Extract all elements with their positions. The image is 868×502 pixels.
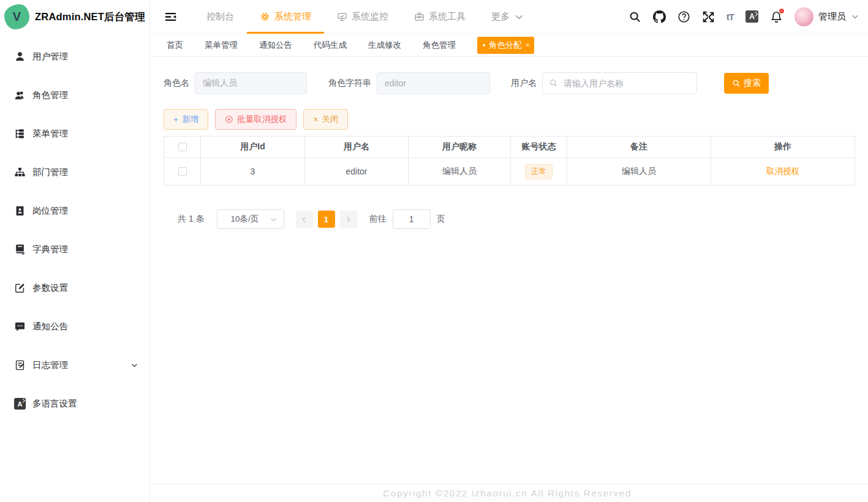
username: 管理员 [818,11,846,23]
search-button[interactable]: 搜索 [724,73,769,94]
goto-page: 前往 页 [369,209,445,229]
header-username: 用户名 [305,137,409,158]
add-button[interactable]: + 新增 [164,109,208,130]
sidebar-menu: 用户管理 角色管理 菜单管理 部门管理 岗位管理 字典管理 参数设置 通知公告 [0,34,149,423]
tab-close-icon[interactable]: × [526,40,530,50]
filter-form: 角色名 角色字符串 用户名 搜索 [164,72,855,94]
sidebar-item-logs[interactable]: 日志管理 [0,346,149,384]
cell-nickname: 编辑人员 [409,158,511,185]
role-name-input[interactable] [195,72,307,94]
logo-letter: V [13,10,21,24]
header-user-id: 用户Id [201,137,305,158]
sidebar-item-label: 参数设置 [32,282,68,294]
sidebar-item-label: 日志管理 [32,359,68,371]
sidebar-item-label: 通知公告 [32,321,68,332]
username-input[interactable] [542,72,697,94]
translate-icon[interactable]: A [745,10,758,23]
tab-role-management[interactable]: 角色管理 [423,40,456,51]
tab-menu-management[interactable]: 菜单管理 [205,40,238,51]
cell-username: editor [305,158,409,185]
search-icon[interactable] [628,10,641,23]
sidebar-item-label: 角色管理 [32,89,68,101]
chevron-down-icon [851,12,859,21]
nav-item-more[interactable]: 更多 [478,0,537,34]
close-button[interactable]: × 关闭 [303,109,348,130]
copyright-text: Copyright ©2022 izhaorui.cn All Rights R… [383,488,635,499]
sidebar-item-dictionary[interactable]: 字典管理 [0,230,149,269]
table-header-row: 用户Id 用户名 用户昵称 账号状态 备注 操作 [164,137,855,158]
sidebar-item-users[interactable]: 用户管理 [0,37,149,76]
tab-home[interactable]: 首页 [167,40,183,51]
badge-icon [14,205,26,217]
pager-controls: 1 [296,211,357,228]
role-name-label: 角色名 [164,78,189,89]
logo-row[interactable]: V ZRAdmin.NET后台管理 [0,0,149,34]
font-size-icon[interactable]: tT [726,12,734,22]
sidebar-item-label: 菜单管理 [32,128,68,140]
tab-code-generation[interactable]: 代码生成 [314,40,347,51]
sidebar-item-posts[interactable]: 岗位管理 [0,192,149,230]
sidebar: V ZRAdmin.NET后台管理 用户管理 角色管理 菜单管理 部门管理 岗位… [0,0,150,502]
sidebar-item-parameters[interactable]: 参数设置 [0,269,149,307]
row-checkbox[interactable] [178,167,187,176]
top-menu: 控制台 系统管理 系统监控 系统工具 更多 [194,0,537,34]
sidebar-item-roles[interactable]: 角色管理 [0,76,149,114]
log-document-icon [14,359,26,371]
chevron-left-icon [300,215,308,223]
sidebar-item-menus[interactable]: 菜单管理 [0,114,149,153]
user-dropdown[interactable]: 管理员 [794,7,859,26]
next-page-button[interactable] [340,211,357,228]
sidebar-item-label: 多语言设置 [32,398,77,410]
pagination: 共 1 条 10条/页 1 前往 页 [164,209,855,229]
header-status: 账号状态 [511,137,567,158]
header-remark: 备注 [567,137,711,158]
page-size-select[interactable]: 10条/页 [217,209,284,229]
org-chart-icon [14,167,26,178]
status-badge: 正常 [525,164,553,179]
nav-item-system-tools[interactable]: 系统工具 [401,0,478,34]
help-icon[interactable] [677,10,690,23]
select-all-checkbox[interactable] [178,143,187,151]
sidebar-collapse-button[interactable] [156,10,185,23]
cell-status: 正常 [511,158,567,185]
cell-actions: 取消授权 [711,158,855,185]
sidebar-item-label: 部门管理 [32,167,68,178]
bell-icon[interactable] [770,10,783,23]
sidebar-item-multilanguage[interactable]: A 多语言设置 [0,384,149,423]
tab-notice[interactable]: 通知公告 [259,40,292,51]
github-icon[interactable] [653,10,666,23]
menu-tree-icon [14,128,26,140]
close-icon: × [313,114,318,124]
nav-item-system-management[interactable]: 系统管理 [247,0,324,34]
sidebar-item-notice[interactable]: 通知公告 [0,307,149,346]
search-icon [549,78,558,88]
user-icon [14,51,26,62]
app-title: ZRAdmin.NET后台管理 [35,10,145,24]
cancel-auth-link[interactable]: 取消授权 [766,166,799,177]
username-input-wrap [542,72,697,94]
avatar [794,7,813,26]
tag-view-bar: 首页 菜单管理 通知公告 代码生成 生成修改 角色管理 ● 角色分配 × [150,34,868,57]
header-select-all [164,137,201,158]
tab-role-assignment-active[interactable]: ● 角色分配 × [477,37,534,54]
page-number-active[interactable]: 1 [318,211,335,228]
fullscreen-icon[interactable] [702,10,715,23]
prev-page-button[interactable] [296,211,313,228]
goto-label: 前往 [369,214,387,225]
navbar-actions: tT A 管理员 [628,7,868,26]
user-table: 用户Id 用户名 用户昵称 账号状态 备注 操作 3 editor 编辑人员 正… [164,136,855,185]
tab-generation-edit[interactable]: 生成修改 [368,40,401,51]
edit-square-icon [14,282,26,294]
table-toolbar: + 新增 批量取消授权 × 关闭 [164,109,855,130]
search-icon [732,79,741,88]
plus-icon: + [173,114,178,124]
notification-dot [779,9,784,13]
chevron-down-icon [130,361,138,369]
role-key-input[interactable] [377,72,490,94]
sidebar-item-departments[interactable]: 部门管理 [0,153,149,192]
cell-user-id: 3 [201,158,305,185]
goto-page-input[interactable] [393,209,431,229]
batch-cancel-auth-button[interactable]: 批量取消授权 [215,109,296,130]
nav-item-system-monitor[interactable]: 系统监控 [324,0,401,34]
nav-item-console[interactable]: 控制台 [194,0,247,34]
